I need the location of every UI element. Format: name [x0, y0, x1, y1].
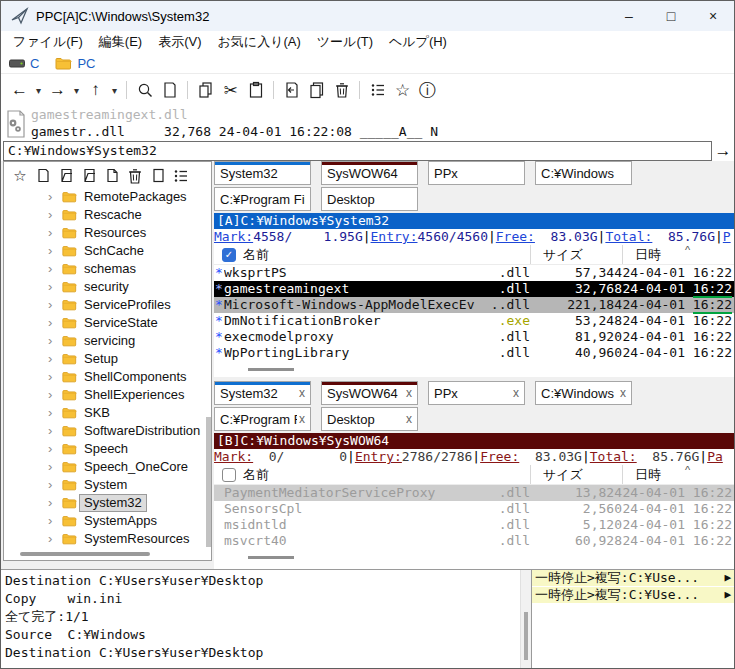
tab-C:¥Windows[interactable]: C:¥Windowsx: [535, 381, 632, 405]
column-date-label[interactable]: 日時: [635, 466, 661, 484]
tree-item[interactable]: ›SchCache: [4, 242, 211, 260]
menu-down-icon[interactable]: ▾: [70, 78, 83, 102]
tab-Desktop[interactable]: Desktop: [321, 187, 418, 211]
tree-item[interactable]: ›SystemApps: [4, 512, 211, 530]
menu-down-icon[interactable]: ▾: [108, 78, 121, 102]
tab-Desktop[interactable]: Desktopx: [321, 407, 418, 431]
chevron-right-icon[interactable]: ›: [48, 423, 62, 439]
tab-C:¥Windows[interactable]: C:¥Windows: [535, 161, 632, 185]
tree-item[interactable]: ›ServiceState: [4, 314, 211, 332]
extract-icon[interactable]: [279, 78, 304, 102]
new-file-icon[interactable]: [102, 166, 122, 186]
tree-item[interactable]: ›System32: [4, 494, 211, 512]
favorite-icon[interactable]: ☆: [390, 78, 415, 102]
tree-item[interactable]: ›Speech: [4, 440, 211, 458]
chevron-right-icon[interactable]: ›: [48, 513, 62, 529]
tree-item[interactable]: ›Speech_OneCore: [4, 458, 211, 476]
column-name-label[interactable]: 名前: [243, 466, 269, 484]
column-name-label[interactable]: 名前: [243, 246, 269, 264]
chevron-right-icon[interactable]: ›: [48, 189, 62, 205]
chevron-right-icon[interactable]: ›: [48, 441, 62, 457]
pane-b-scroll-area[interactable]: [214, 549, 734, 569]
minimize-button[interactable]: –: [608, 1, 650, 31]
tree-item[interactable]: ›SystemResources: [4, 530, 211, 547]
new-doc-icon[interactable]: [33, 166, 53, 186]
close-button[interactable]: ×: [692, 1, 734, 31]
drive-tab-pc[interactable]: PC: [55, 56, 95, 71]
chevron-right-icon[interactable]: ›: [48, 279, 62, 295]
tab-SysWOW64[interactable]: SysWOW64: [321, 161, 418, 185]
duplicate-icon[interactable]: [304, 78, 329, 102]
cut-icon[interactable]: ✂: [218, 78, 243, 102]
tree-item[interactable]: ›ShellComponents: [4, 368, 211, 386]
menu-item[interactable]: お気に入り(A): [210, 31, 309, 53]
chevron-right-icon[interactable]: ›: [48, 297, 62, 313]
tree-item[interactable]: ›ServiceProfiles: [4, 296, 211, 314]
tab-SysWOW64[interactable]: SysWOW64x: [321, 381, 418, 405]
menu-down-icon[interactable]: ▾: [32, 78, 45, 102]
menu-item[interactable]: 編集(E): [91, 31, 150, 53]
job-queue-item[interactable]: 一時停止>複写:C:¥Use...▶: [532, 570, 734, 587]
tree-vertical-scrollbar[interactable]: [206, 417, 211, 547]
file-row[interactable]: *Microsoft-Windows-AppModelExecEv..dll22…: [214, 297, 734, 313]
file-row[interactable]: *WpPortingLibrary.dll40,96024-04-01 16:2…: [214, 345, 734, 361]
chevron-right-icon[interactable]: ›: [48, 261, 62, 277]
column-size-label[interactable]: サイズ: [530, 465, 622, 484]
file-row[interactable]: *gamestreamingext.dll32,76824-04-01 16:2…: [214, 281, 734, 297]
tree-horizontal-scrollbar[interactable]: [4, 547, 211, 560]
open-doc-icon[interactable]: [56, 166, 76, 186]
favorite-icon[interactable]: ☆: [10, 166, 30, 186]
tree-item[interactable]: ›System: [4, 476, 211, 494]
menu-item[interactable]: ファイル(F): [5, 31, 91, 53]
tree-item[interactable]: ›Rescache: [4, 206, 211, 224]
blank-doc-icon[interactable]: [148, 166, 168, 186]
up-icon[interactable]: ↑: [83, 78, 108, 102]
tree-item[interactable]: ›servicing: [4, 332, 211, 350]
file-row[interactable]: *wksprtPS.dll57,34424-04-01 16:22: [214, 265, 734, 281]
tab-close-icon[interactable]: x: [404, 412, 412, 426]
select-all-checkbox[interactable]: [222, 468, 236, 482]
folder-doc-icon[interactable]: [79, 166, 99, 186]
chevron-right-icon[interactable]: ›: [48, 351, 62, 367]
tree-item[interactable]: ›security: [4, 278, 211, 296]
copy-icon[interactable]: [193, 78, 218, 102]
tab-close-icon[interactable]: x: [297, 412, 305, 426]
drive-tab-c[interactable]: C: [9, 56, 39, 71]
tab-PPx[interactable]: PPxx: [428, 381, 525, 405]
file-row[interactable]: *execmodelproxy.dll81,92024-04-01 16:22: [214, 329, 734, 345]
tab-close-icon[interactable]: x: [404, 386, 412, 400]
log-scrollbar[interactable]: [520, 570, 531, 668]
new-window-icon[interactable]: [157, 78, 182, 102]
task-list-icon[interactable]: [365, 78, 390, 102]
tab-close-icon[interactable]: x: [618, 386, 626, 400]
tree-item[interactable]: ›SoftwareDistribution: [4, 422, 211, 440]
file-row[interactable]: PaymentMediatorServiceProxy.dll13,82424-…: [214, 485, 734, 501]
file-row[interactable]: *DmNotificationBroker.exe53,24824-04-01 …: [214, 313, 734, 329]
tree-item[interactable]: ›ShellExperiences: [4, 386, 211, 404]
tree-item[interactable]: ›RemotePackages: [4, 188, 211, 206]
column-size-label[interactable]: サイズ: [530, 245, 622, 264]
maximize-button[interactable]: □: [650, 1, 692, 31]
tab-C:¥Program F[interactable]: C:¥Program Fx: [214, 407, 311, 431]
chevron-right-icon[interactable]: ›: [48, 207, 62, 223]
tree-item[interactable]: ›Resources: [4, 224, 211, 242]
column-date-label[interactable]: 日時: [635, 246, 661, 264]
chevron-right-icon[interactable]: ›: [48, 477, 62, 493]
chevron-right-icon[interactable]: ›: [48, 459, 62, 475]
file-row[interactable]: msidntld.dll5,12024-04-01 16:22: [214, 517, 734, 533]
tree-item[interactable]: ›SKB: [4, 404, 211, 422]
select-all-checkbox[interactable]: ✓: [222, 248, 236, 262]
task-list-icon[interactable]: [171, 166, 191, 186]
menu-item[interactable]: ヘルプ(H): [381, 31, 455, 53]
tree-item[interactable]: ›schemas: [4, 260, 211, 278]
tab-System32[interactable]: System32: [214, 161, 311, 185]
tab-close-icon[interactable]: x: [511, 386, 519, 400]
tree-item[interactable]: ›Setup: [4, 350, 211, 368]
job-queue-item[interactable]: 一時停止>複写:C:¥Use...▶: [532, 587, 734, 604]
delete-icon[interactable]: [125, 166, 145, 186]
chevron-right-icon[interactable]: ›: [48, 387, 62, 403]
chevron-right-icon[interactable]: ›: [48, 333, 62, 349]
chevron-right-icon[interactable]: ›: [48, 405, 62, 421]
chevron-right-icon[interactable]: ›: [48, 495, 62, 511]
chevron-right-icon[interactable]: ›: [48, 369, 62, 385]
